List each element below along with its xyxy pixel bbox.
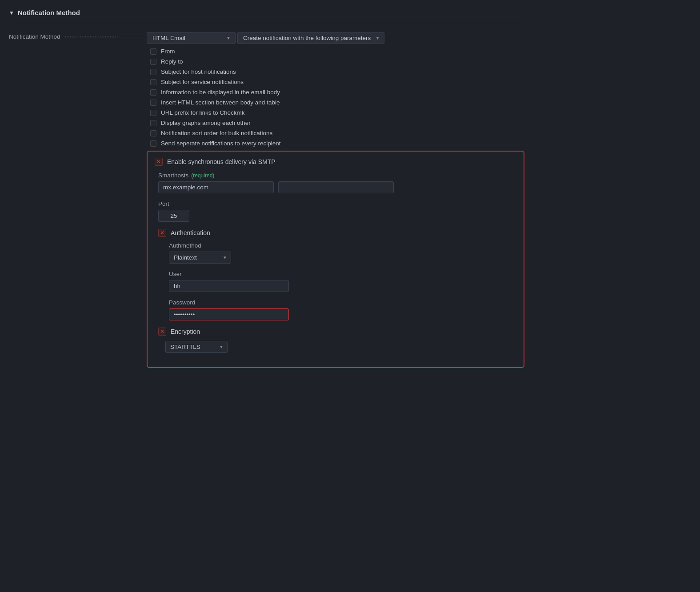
checkbox-insert-html[interactable]: Insert HTML section between body and tab… [147, 98, 524, 107]
encryption-inner: STARTTLS ▼ [158, 341, 516, 353]
smtp-section: ✕ Enable synchronous delivery via SMTP S… [147, 151, 524, 368]
checkbox-display-graphs[interactable]: Display graphs among each other [147, 118, 524, 128]
port-label: Port [158, 200, 516, 207]
checkbox-subject-host-box[interactable] [150, 69, 156, 75]
checkbox-separate-notifications-box[interactable] [150, 140, 156, 147]
chevron-icon[interactable]: ▼ [9, 10, 14, 16]
password-input[interactable] [169, 308, 289, 320]
smtp-title: Enable synchronous delivery via SMTP [167, 158, 276, 165]
smarthost-input-1[interactable] [158, 181, 274, 193]
notification-method-label: Notification Method ....................… [9, 29, 147, 41]
smarthosts-inputs [158, 181, 516, 193]
smarthost-input-2[interactable] [278, 181, 394, 193]
required-badge: (required) [191, 172, 214, 179]
checkbox-from[interactable]: From [147, 47, 524, 56]
section-title: Notification Method [18, 9, 80, 16]
smarthosts-label: Smarthosts (required) [158, 172, 516, 179]
user-input[interactable] [169, 280, 289, 292]
encryption-section: ✕ Encryption STARTTLS ▼ [155, 328, 516, 353]
authmethod-label: Authmethod [169, 242, 516, 249]
checkbox-url-prefix-box[interactable] [150, 110, 156, 116]
encryption-title: Encryption [171, 328, 200, 335]
checkbox-url-prefix[interactable]: URL prefix for links to Checkmk [147, 108, 524, 117]
checkbox-subject-service-box[interactable] [150, 79, 156, 85]
create-notification-dropdown[interactable]: Create notification with the following p… [237, 32, 384, 44]
checkbox-separate-notifications[interactable]: Send seperate notifications to every rec… [147, 139, 524, 148]
dropdown-arrow-icon: ▼ [226, 36, 231, 40]
checkbox-sort-order-box[interactable] [150, 130, 156, 136]
authentication-close-icon[interactable]: ✕ [158, 229, 166, 237]
smtp-close-icon[interactable]: ✕ [155, 158, 163, 166]
checkbox-display-graphs-box[interactable] [150, 120, 156, 126]
authentication-header: ✕ Authentication [158, 229, 516, 237]
authmethod-group: Authmethod Plaintext ▼ [165, 242, 516, 264]
notification-method-row: Notification Method ....................… [9, 29, 524, 368]
checkbox-subject-host[interactable]: Subject for host notifications [147, 67, 524, 76]
checkbox-url-prefix-label: URL prefix for links to Checkmk [161, 109, 245, 116]
port-input-wrapper [158, 210, 516, 222]
authmethod-arrow-icon: ▼ [223, 255, 227, 260]
checkbox-from-label: From [161, 48, 175, 55]
html-email-dropdown[interactable]: HTML Email ▼ [147, 32, 236, 44]
checkbox-sort-order-label: Notification sort order for bulk notific… [161, 130, 272, 136]
port-group: Port [155, 200, 516, 222]
checkbox-reply-to[interactable]: Reply to [147, 57, 524, 66]
dots-separator: ................................ [65, 32, 144, 39]
checkbox-subject-service-label: Subject for service notifications [161, 79, 244, 85]
checkbox-email-body-info[interactable]: Information to be displayed in the email… [147, 88, 524, 97]
notification-method-content: HTML Email ▼ Create notification with th… [147, 29, 524, 368]
checkbox-subject-host-label: Subject for host notifications [161, 68, 236, 75]
parameters-checkbox-list: From Reply to Subject for host notificat… [147, 47, 524, 148]
checkbox-insert-html-label: Insert HTML section between body and tab… [161, 99, 280, 106]
create-notification-arrow-icon: ▼ [375, 36, 380, 40]
encryption-dropdown[interactable]: STARTTLS ▼ [165, 341, 228, 353]
encryption-arrow-icon: ▼ [219, 344, 224, 349]
checkbox-reply-to-label: Reply to [161, 58, 183, 65]
authentication-section: ✕ Authentication Authmethod Plaintext ▼ [155, 229, 516, 320]
authmethod-dropdown[interactable]: Plaintext ▼ [169, 252, 231, 264]
user-label: User [169, 271, 516, 277]
checkbox-insert-html-box[interactable] [150, 100, 156, 106]
password-label: Password [169, 299, 516, 306]
checkbox-email-body-info-label: Information to be displayed in the email… [161, 89, 280, 96]
user-group: User [165, 271, 516, 292]
smarthosts-group: Smarthosts (required) [155, 172, 516, 193]
password-group: Password [165, 299, 516, 320]
section-header: ▼ Notification Method [9, 4, 524, 22]
port-input[interactable] [158, 210, 189, 222]
checkbox-sort-order[interactable]: Notification sort order for bulk notific… [147, 128, 524, 138]
checkbox-separate-notifications-label: Send seperate notifications to every rec… [161, 140, 280, 147]
checkbox-reply-to-box[interactable] [150, 59, 156, 65]
checkbox-from-box[interactable] [150, 48, 156, 55]
encryption-header: ✕ Encryption [158, 328, 516, 336]
authentication-title: Authentication [171, 229, 210, 236]
checkbox-display-graphs-label: Display graphs among each other [161, 120, 251, 126]
smtp-header: ✕ Enable synchronous delivery via SMTP [155, 158, 516, 166]
encryption-close-icon[interactable]: ✕ [158, 328, 166, 336]
auth-inner: Authmethod Plaintext ▼ User [158, 242, 516, 320]
checkbox-email-body-info-box[interactable] [150, 89, 156, 96]
checkbox-subject-service[interactable]: Subject for service notifications [147, 77, 524, 87]
